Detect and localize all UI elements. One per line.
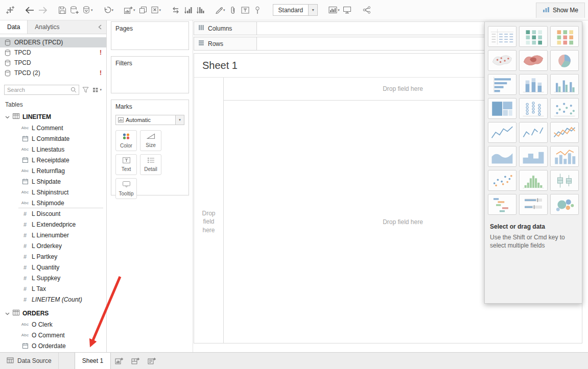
save-button[interactable]	[56, 3, 68, 17]
showme-dual-lines[interactable]	[550, 122, 579, 143]
sheet-corner	[194, 78, 224, 101]
filter-fields-icon[interactable]	[82, 87, 89, 93]
rows-icon	[198, 40, 204, 47]
search-input[interactable]	[4, 85, 79, 95]
swap-rows-columns-button[interactable]	[170, 3, 182, 17]
pages-shelf[interactable]: Pages	[111, 21, 189, 50]
undo-history-button[interactable]: ▾	[102, 3, 115, 17]
showme-horizontal-bars[interactable]	[488, 74, 516, 95]
field-item[interactable]: #L Orderkey	[0, 240, 106, 251]
presentation-mode-button[interactable]	[341, 3, 354, 17]
field-item[interactable]: AbcL Comment	[0, 122, 106, 133]
showme-discrete-area[interactable]	[519, 146, 548, 167]
highlight-button[interactable]: ▾	[214, 3, 227, 17]
showme-gantt[interactable]	[488, 194, 516, 215]
fix-axes-button[interactable]	[251, 3, 264, 17]
showme-treemap[interactable]	[488, 98, 516, 119]
filters-shelf[interactable]: Filters	[111, 56, 189, 93]
field-item[interactable]: L Shipdate	[0, 176, 106, 187]
date-type-icon	[18, 136, 32, 141]
sort-ascending-button[interactable]	[182, 3, 194, 17]
showme-pie-chart[interactable]	[550, 50, 579, 71]
field-item[interactable]: AbcO Clerk	[0, 319, 106, 330]
left-drop-zone[interactable]: Drop field here	[194, 101, 224, 343]
tab-data[interactable]: Data	[0, 20, 28, 34]
clear-sheet-button[interactable]: ▾	[149, 3, 163, 17]
new-dashboard-tab-button[interactable]	[127, 353, 144, 369]
tab-analytics[interactable]: Analytics	[28, 20, 66, 34]
mark-type-dropdown[interactable]: Automatic ▾	[115, 115, 184, 125]
field-item[interactable]: #L Partkey	[0, 251, 106, 262]
showme-highlight-table[interactable]	[550, 26, 579, 47]
showme-continuous-area[interactable]	[488, 146, 516, 167]
search-icon	[70, 87, 77, 93]
field-item[interactable]: #L Linenumber	[0, 230, 106, 240]
data-source-tab[interactable]: Data Source	[0, 353, 59, 369]
show-mark-labels-button[interactable]	[239, 3, 251, 17]
field-item[interactable]: #L Suppkey	[0, 273, 106, 283]
field-item[interactable]: L Commitdate	[0, 133, 106, 144]
showme-continuous-lines[interactable]	[488, 122, 516, 143]
datasource-item[interactable]: TPCD	[0, 58, 106, 68]
table-group-header[interactable]: ORDERS	[0, 307, 106, 319]
field-label: L Shipmode	[32, 200, 64, 207]
fit-dropdown[interactable]: Standard ▾	[273, 4, 318, 16]
field-item[interactable]: AbcL Returnflag	[0, 165, 106, 176]
showme-side-by-side-circles[interactable]	[550, 98, 579, 119]
field-item[interactable]: AbcL Linestatus	[0, 144, 106, 155]
showme-text-table[interactable]	[488, 26, 516, 47]
field-item[interactable]: #L Tax	[0, 283, 106, 294]
marks-color-button[interactable]: Color	[115, 130, 137, 151]
datasource-item[interactable]: TPCD!	[0, 47, 106, 58]
showme-symbol-map[interactable]	[488, 50, 516, 71]
showme-packed-bubbles[interactable]	[550, 194, 579, 215]
datasource-item[interactable]: TPCD (2)!	[0, 68, 106, 78]
new-worksheet-tab-button[interactable]	[111, 353, 127, 369]
date-type-icon	[18, 157, 32, 163]
marks-detail-button[interactable]: Detail	[140, 154, 161, 175]
showme-dual-combination[interactable]	[550, 146, 579, 167]
forward-button[interactable]	[36, 3, 49, 17]
new-data-source-button[interactable]	[68, 3, 81, 17]
show-me-button[interactable]: Show Me	[536, 3, 585, 18]
new-story-tab-button[interactable]	[144, 353, 160, 369]
showme-scatter-plot[interactable]	[488, 170, 516, 191]
sort-descending-button[interactable]	[194, 3, 206, 17]
datasource-item[interactable]: ORDERS (TPCD)	[0, 37, 106, 47]
search-field[interactable]	[5, 87, 70, 93]
marks-button-label: Detail	[144, 166, 157, 172]
showme-filled-map[interactable]	[519, 50, 548, 71]
field-item[interactable]: L Receiptdate	[0, 155, 106, 165]
table-group-header[interactable]: LINEITEM	[0, 111, 106, 122]
showme-bullet-graph[interactable]	[519, 194, 548, 215]
showme-stacked-bars[interactable]	[519, 74, 548, 95]
showme-circle-views[interactable]	[519, 98, 548, 119]
field-item[interactable]: AbcL Shipmode	[0, 198, 106, 208]
field-item[interactable]: AbcL Shipinstruct	[0, 187, 106, 198]
marks-tooltip-button[interactable]: Tooltip	[115, 178, 137, 199]
showme-side-by-side-bars[interactable]	[550, 74, 579, 95]
new-worksheet-button[interactable]: ▾	[122, 3, 137, 17]
view-options-icon[interactable]: ▾	[92, 87, 102, 93]
group-members-button[interactable]	[227, 3, 239, 17]
share-workbook-button[interactable]	[361, 3, 373, 17]
showme-box-and-whisker[interactable]	[550, 170, 579, 191]
collapse-pane-button[interactable]	[93, 20, 106, 34]
back-button[interactable]	[23, 3, 36, 17]
show-hide-cards-button[interactable]: ▾	[327, 3, 341, 17]
field-item[interactable]: AbcO Comment	[0, 330, 106, 340]
field-item[interactable]: #LINEITEM (Count)	[0, 294, 106, 305]
sheet-1-tab[interactable]: Sheet 1	[75, 353, 111, 369]
marks-text-button[interactable]: Text	[115, 154, 137, 175]
field-item[interactable]: O Orderdate	[0, 340, 106, 351]
refresh-data-source-button[interactable]: ▾	[81, 3, 95, 17]
showme-heat-map[interactable]	[519, 26, 548, 47]
marks-size-button[interactable]: Size	[140, 130, 161, 151]
duplicate-sheet-button[interactable]	[137, 3, 149, 17]
field-item[interactable]: #L Extendedprice	[0, 219, 106, 230]
field-item[interactable]: #L Quantity	[0, 262, 106, 273]
showme-histogram[interactable]	[519, 170, 548, 191]
field-item[interactable]: #L Discount	[0, 208, 106, 219]
showme-discrete-lines[interactable]	[519, 122, 548, 143]
tableau-logo-icon[interactable]	[4, 3, 16, 17]
